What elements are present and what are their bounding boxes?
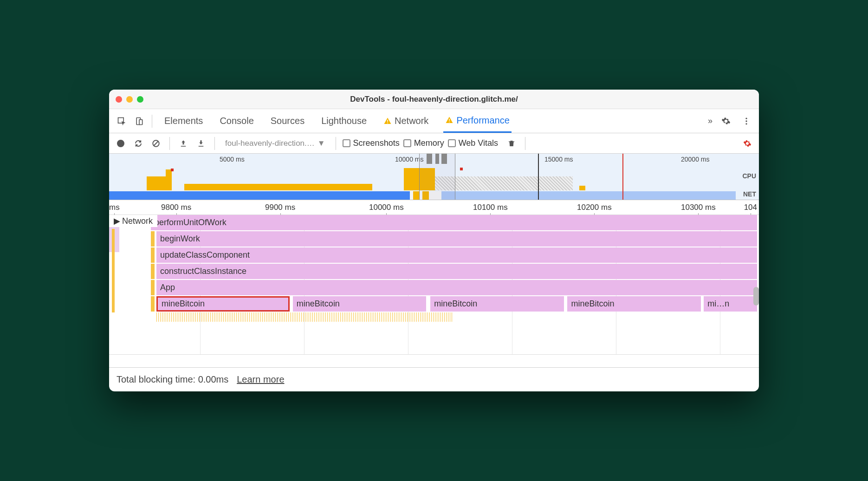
capture-settings-gear-icon[interactable] [740,136,754,150]
delete-profile-icon[interactable] [505,136,518,150]
overview-tick: 20000 ms [681,156,709,163]
flame-bar[interactable] [151,296,155,312]
ruler-tick: 10100 ms [473,203,508,212]
divider [525,137,525,150]
tab-sources[interactable]: Sources [269,110,306,133]
panel-tabs-row: Elements Console Sources Lighthouse Netw… [109,109,759,133]
net-label: NET [743,190,756,198]
track-gutter [109,215,119,354]
inspect-element-icon[interactable] [114,113,130,129]
titlebar: DevTools - foul-heavenly-direction.glitc… [109,90,759,109]
event-marker [460,168,463,170]
svg-rect-5 [449,119,450,121]
flame-bar[interactable]: mineBitcoin [567,296,700,312]
flame-bar[interactable] [151,280,155,295]
timeline-marker [622,154,623,200]
flame-bar[interactable]: mineBitcoin [293,296,426,312]
divider [169,137,170,150]
spacer [109,354,759,367]
flame-bar[interactable]: performUnitOfWork [151,215,757,230]
event-marker [171,169,174,171]
web-vitals-checkbox[interactable]: Web Vitals [448,138,498,148]
flame-bar[interactable]: beginWork [156,231,757,247]
screenshots-checkbox[interactable]: Screenshots [343,138,400,148]
tab-performance[interactable]: Performance [443,110,512,133]
divider [214,137,215,150]
flame-bar[interactable] [151,231,155,247]
more-tabs-chevron-icon[interactable]: » [704,116,716,126]
collapse-chevron-icon: ▶ [114,216,120,226]
flame-bar[interactable] [151,264,155,279]
overview-tick: 15000 ms [544,156,573,163]
flame-bar[interactable]: mi…n [704,296,757,312]
tab-elements[interactable]: Elements [162,110,205,133]
flame-children-ticks [156,312,757,326]
checkbox-icon [343,139,350,147]
detail-time-ruler[interactable]: ms 9800 ms 9900 ms 10000 ms 10100 ms 102… [109,200,759,215]
kebab-menu-icon[interactable] [738,113,754,129]
performance-footer: Total blocking time: 0.00ms Learn more [109,367,759,391]
tab-network[interactable]: Network [382,110,430,133]
ruler-tick: ms [109,203,120,212]
ruler-tick: 9900 ms [265,203,295,212]
flame-bar[interactable]: constructClassInstance [156,264,757,279]
ruler-tick: 10300 ms [681,203,716,212]
ruler-tick: 10000 ms [369,203,404,212]
memory-checkbox[interactable]: Memory [403,138,444,148]
scrollbar-thumb[interactable] [753,287,759,306]
cpu-label: CPU [742,172,756,180]
svg-rect-4 [387,123,388,124]
ruler-tick: 10200 ms [577,203,612,212]
warning-icon [445,116,453,124]
svg-rect-3 [387,120,388,122]
network-track-header[interactable]: ▶ Network [109,215,157,227]
ruler-tick: 9800 ms [161,203,191,212]
flame-bar[interactable]: updateClassComponent [156,247,757,263]
clear-button[interactable] [149,136,163,150]
download-profile-icon[interactable] [194,136,208,150]
warning-icon [383,117,392,125]
svg-point-8 [745,120,747,122]
profile-selector-dropdown[interactable]: foul-heavenly-direction.… ▼ [221,139,329,148]
reload-button[interactable] [131,136,145,150]
flame-bar[interactable]: App [156,280,757,295]
timeline-marker [538,154,539,200]
flame-bar[interactable]: mineBitcoin [430,296,564,312]
tab-lighthouse[interactable]: Lighthouse [319,110,369,133]
divider [336,137,336,150]
device-toolbar-icon[interactable] [131,113,147,129]
flame-bar-selected[interactable]: mineBitcoin [156,296,290,312]
record-button[interactable] [114,136,128,150]
panel-tabs: Elements Console Sources Lighthouse Netw… [162,110,702,133]
window-title: DevTools - foul-heavenly-direction.glitc… [109,95,759,104]
svg-point-7 [745,117,747,119]
settings-gear-icon[interactable] [718,113,734,129]
upload-profile-icon[interactable] [176,136,190,150]
performance-toolbar: foul-heavenly-direction.… ▼ Screenshots … [109,133,759,154]
flame-chart-area[interactable]: ▶ Network performUnitOfWork beginWork up… [109,215,759,354]
checkbox-icon [403,139,411,147]
overview-tick: 5000 ms [220,156,245,163]
ruler-tick: 104 [744,203,757,212]
divider [152,115,152,128]
svg-rect-2 [139,119,143,124]
svg-rect-6 [449,122,450,123]
learn-more-link[interactable]: Learn more [237,374,284,385]
devtools-window: DevTools - foul-heavenly-direction.glitc… [109,90,759,391]
total-blocking-time: Total blocking time: 0.00ms [117,374,228,385]
svg-point-9 [745,123,747,124]
tab-console[interactable]: Console [218,110,255,133]
flame-chart[interactable]: performUnitOfWork beginWork updateClassC… [151,215,757,327]
flame-bar[interactable] [151,247,155,263]
overview-timeline[interactable]: 5000 ms 10000 ms 15000 ms 20000 ms CPU N… [109,154,759,200]
selection-window[interactable] [419,154,455,200]
checkbox-icon [448,139,456,147]
dropdown-chevron-icon: ▼ [317,139,325,148]
